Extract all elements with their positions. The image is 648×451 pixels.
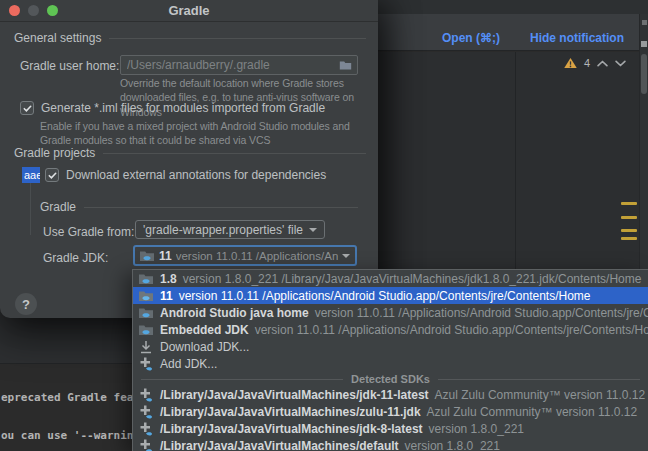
chevron-down-icon (342, 254, 350, 258)
minimize-button (28, 5, 39, 16)
jdk-folder-icon (138, 322, 154, 338)
download-jdk-option[interactable]: Download JDK... (133, 338, 648, 355)
generate-iml-hint: Enable if you have a mixed project with … (40, 119, 376, 148)
detected-sdk-option[interactable]: /Library/Java/JavaVirtualMachines/jdk-11… (133, 386, 648, 403)
browse-folder-icon[interactable] (338, 58, 353, 72)
jdk-folder-icon (138, 305, 154, 321)
checkmark-icon (47, 170, 58, 181)
warning-stripe-mark[interactable] (621, 229, 637, 232)
panel-divider (515, 52, 516, 270)
gradle-subsection-header: Gradle (40, 200, 358, 214)
add-jdk-icon (138, 387, 154, 403)
gradle-jdk-value-detail: version 11.0.11 /Applications/Android St… (176, 250, 338, 262)
console-output-line: eprecated Gradle featu (1, 391, 147, 404)
use-gradle-from-select[interactable]: 'gradle-wrapper.properties' file (135, 220, 325, 239)
close-button[interactable] (9, 5, 20, 16)
gradle-user-home-value: /Users/arnaudberry/.gradle (127, 58, 334, 72)
editor-scrollbar (639, 14, 648, 270)
gradle-jdk-label: Gradle JDK: (43, 251, 108, 265)
scrollbar-mark (642, 20, 647, 25)
download-annotations-label: Download external annotations for depend… (66, 168, 326, 182)
warning-stripe-mark[interactable] (621, 202, 637, 205)
previous-warning-icon[interactable] (597, 60, 608, 67)
detected-sdk-option[interactable]: /Library/Java/JavaVirtualMachines/zulu-1… (133, 403, 648, 420)
jdk-dropdown-popup: 1.8 version 1.8.0_221 /Library/Java/Java… (132, 269, 648, 451)
jdk-option[interactable]: Android Studio java home version 11.0.11… (133, 304, 648, 321)
gradle-jdk-select[interactable]: 11 version 11.0.11 /Applications/Android… (133, 245, 357, 266)
download-annotations-checkbox-row: Download external annotations for depend… (45, 168, 326, 182)
warning-stripe-mark[interactable] (621, 237, 637, 240)
gradle-user-home-label: Gradle user home: (20, 59, 119, 73)
open-link[interactable]: Open (⌘;) (442, 31, 500, 45)
traffic-lights (9, 5, 58, 16)
generate-iml-checkbox[interactable] (20, 101, 34, 115)
jdk-folder-icon (138, 288, 154, 304)
inspection-widget: 4 (564, 57, 626, 69)
dialog-titlebar: Gradle (0, 0, 378, 22)
ide-window-top-strip (378, 0, 648, 14)
add-jdk-option[interactable]: Add JDK... (133, 355, 648, 372)
jdk-option-selected[interactable]: 11 version 11.0.11 /Applications/Android… (133, 287, 648, 304)
checkmark-icon (22, 103, 33, 114)
use-gradle-from-value: 'gradle-wrapper.properties' file (143, 223, 309, 237)
generate-iml-label: Generate *.iml files for modules importe… (41, 101, 325, 115)
scrollbar-mark (641, 41, 647, 47)
chevron-down-icon (309, 228, 317, 232)
warning-icon[interactable] (564, 57, 577, 69)
scrollbar-thumb[interactable] (641, 54, 647, 94)
detected-sdks-separator: Detected SDKs (133, 372, 648, 386)
jdk-folder-icon (138, 271, 154, 287)
hide-notification-link[interactable]: Hide notification (530, 31, 624, 45)
editor-panels: 4 (378, 52, 648, 270)
general-settings-header: General settings (14, 31, 366, 45)
add-jdk-icon (138, 421, 154, 437)
jdk-option[interactable]: 1.8 version 1.8.0_221 /Library/Java/Java… (133, 270, 648, 287)
project-list-guide (30, 183, 31, 235)
download-icon (138, 339, 154, 355)
generate-iml-checkbox-row: Generate *.iml files for modules importe… (20, 101, 325, 115)
detected-sdk-option[interactable]: /Library/Java/JavaVirtualMachines/defaul… (133, 437, 648, 451)
warning-count: 4 (584, 57, 590, 69)
project-list-item[interactable]: aae (22, 167, 40, 183)
notification-bar: Open (⌘;) Hide notification (378, 14, 648, 51)
console-output-line: ou can use '--warning- (1, 429, 147, 442)
gradle-projects-header: Gradle projects (14, 146, 366, 160)
add-jdk-icon (138, 356, 154, 372)
warning-stripe-mark[interactable] (621, 216, 637, 219)
screen: Open (⌘;) Hide notification 4 epre (0, 0, 648, 451)
next-warning-icon[interactable] (615, 60, 626, 67)
use-gradle-from-label: Use Gradle from: (43, 225, 134, 239)
zoom-button[interactable] (47, 5, 58, 16)
add-jdk-icon (138, 438, 154, 451)
detected-sdk-option[interactable]: /Library/Java/JavaVirtualMachines/jdk-8-… (133, 420, 648, 437)
gradle-jdk-value-name: 11 (159, 249, 172, 263)
add-jdk-icon (138, 404, 154, 420)
help-button[interactable]: ? (15, 293, 37, 315)
download-annotations-checkbox[interactable] (45, 168, 59, 182)
jdk-folder-icon (139, 248, 155, 264)
jdk-option[interactable]: Embedded JDK version 11.0.11 /Applicatio… (133, 321, 648, 338)
gradle-user-home-field[interactable]: /Users/arnaudberry/.gradle (120, 55, 358, 75)
